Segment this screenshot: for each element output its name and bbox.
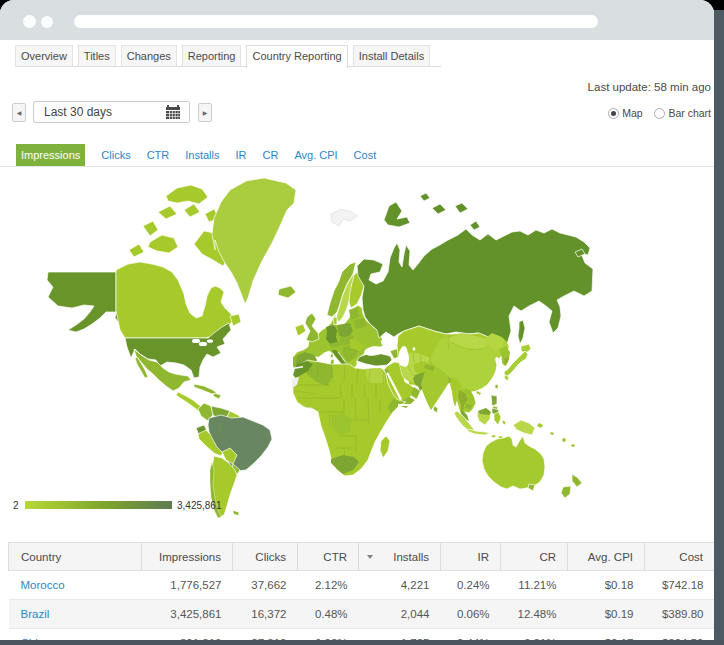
svg-text:2: 2 xyxy=(13,500,19,511)
svg-text:3,425,861: 3,425,861 xyxy=(177,500,222,511)
